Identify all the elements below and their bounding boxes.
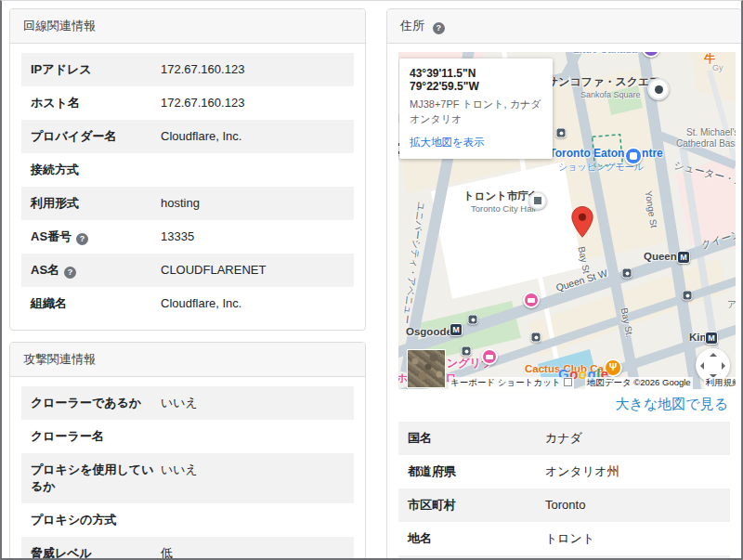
transit-marker-icon[interactable] (556, 128, 567, 138)
pan-up-icon[interactable] (710, 353, 717, 357)
panel-title: 攻撃関連情報 (10, 343, 365, 377)
sankofa-marker-icon[interactable] (647, 78, 670, 100)
location-pin-icon (571, 206, 593, 241)
table-row: 国名カナダ (398, 422, 730, 455)
row-value (161, 428, 345, 445)
row-label: 都道府県 (408, 463, 545, 480)
transit-marker-icon[interactable] (531, 332, 541, 343)
row-label: 脅威レベル (31, 545, 161, 560)
map-footer-link[interactable]: キーボード ショートカット (449, 377, 574, 389)
table-row: ホスト名172.67.160.123 (21, 86, 354, 120)
panel-title: 回線関連情報 (10, 9, 365, 44)
address-panel: 住所 ? (386, 8, 742, 560)
table-row: AS名?CLOUDFLARENET (21, 254, 354, 287)
map-label: Cathedral Basilica (676, 138, 736, 149)
row-value: CLOUDFLARENET (161, 262, 345, 279)
help-icon[interactable]: ? (64, 267, 76, 279)
panel-title-text: 攻撃関連情報 (23, 352, 96, 366)
map-footer-link[interactable]: 利用規約 (704, 377, 736, 389)
row-label: IPアドレス (31, 61, 161, 78)
row-value: 低 (161, 545, 345, 560)
map-label: Osgoode (406, 326, 452, 338)
row-value: Cloudflare, Inc. (161, 128, 345, 145)
table-row (398, 555, 730, 560)
map-footer-link[interactable]: 地図データ ©2026 Google (585, 377, 693, 389)
panel-title: 住所 ? (387, 9, 741, 44)
address-panel-body: Little Canada牛Gyサンコファ・スクエアSankofa Square… (387, 44, 741, 560)
map-label: Gy (712, 64, 723, 73)
pan-right-icon[interactable] (722, 362, 725, 370)
map-label: St. Michael's (686, 127, 736, 137)
table-row: 都道府県オンタリオ州 (398, 455, 730, 488)
row-label: 組織名 (31, 295, 161, 312)
help-icon[interactable]: ? (76, 233, 88, 245)
row-value (161, 512, 345, 528)
transit-marker-icon[interactable] (462, 346, 472, 357)
row-value: Cloudflare, Inc. (161, 295, 345, 312)
row-label: 地名 (408, 530, 545, 547)
row-value: いいえ (161, 462, 345, 495)
table-row: IPアドレス172.67.160.123 (21, 53, 354, 86)
attack-info-table: クローラーであるかいいえクローラー名プロキシを使用しているかいいえプロキシの方式… (10, 377, 365, 560)
row-label: AS番号? (31, 228, 161, 245)
panel-title-text: 住所 (400, 19, 424, 33)
line-info-panel: 回線関連情報 IPアドレス172.67.160.123ホスト名172.67.16… (9, 8, 366, 331)
row-label: 市区町村 (408, 497, 545, 514)
line-info-table: IPアドレス172.67.160.123ホスト名172.67.160.123プロ… (10, 44, 365, 330)
row-value: 172.67.160.123 (161, 95, 345, 111)
row-label: AS名? (31, 262, 161, 279)
help-icon[interactable]: ? (433, 22, 445, 34)
view-larger-map-link[interactable]: 拡大地図を表示 (410, 136, 485, 150)
address-table: 国名カナダ都道府県オンタリオ州市区町村Toronto地名トロント (398, 422, 730, 560)
map-label: Sankofa Square (580, 91, 641, 100)
map-info-card: 43°39'11.5"N 79°22'59.5"W MJ38+7PF トロント,… (399, 59, 553, 159)
table-row: 市区町村Toronto (398, 488, 730, 522)
table-row: AS番号?13335 (21, 220, 354, 254)
row-label: 利用形式 (31, 195, 161, 212)
table-row: 利用形式hosting (21, 187, 354, 220)
row-label: クローラー名 (31, 428, 161, 445)
transit-marker-icon[interactable] (622, 268, 632, 279)
row-value: hosting (161, 195, 345, 212)
row-label: クローラーであるか (31, 395, 161, 411)
pan-left-icon[interactable] (700, 362, 704, 370)
table-row: クローラーであるかいいえ (21, 386, 354, 420)
panel-title-text: 回線関連情報 (23, 19, 96, 33)
map-label: Little Canada (573, 52, 637, 55)
map-label: サンコファ・スクエア (547, 76, 661, 88)
row-label: ホスト名 (31, 95, 161, 111)
row-label: 国名 (408, 430, 545, 447)
row-value: カナダ (545, 430, 721, 447)
map-label: ア (727, 299, 736, 309)
cityhall-marker-icon[interactable] (528, 191, 547, 210)
row-value: 172.67.160.123 (161, 61, 345, 78)
row-label: プロバイダー名 (31, 128, 161, 145)
row-value (161, 162, 345, 178)
metro-marker-icon[interactable]: M (677, 251, 690, 264)
transit-marker-icon[interactable] (468, 315, 478, 325)
table-row: クローラー名 (21, 420, 354, 453)
eaton-marker-icon[interactable] (624, 147, 643, 165)
row-value: トロント (545, 530, 721, 547)
row-label: プロキシの方式 (31, 512, 161, 528)
google-map-embed[interactable]: Little Canada牛Gyサンコファ・スクエアSankofa Square… (398, 52, 736, 389)
table-row: 組織名Cloudflare, Inc. (21, 287, 354, 320)
map-label: Toronto City Hall (471, 204, 536, 214)
row-value: いいえ (161, 395, 345, 411)
table-row: プロキシを使用しているかいいえ (21, 453, 354, 503)
metro-marker-icon[interactable]: M (705, 332, 718, 345)
hotel-marker-icon[interactable] (523, 292, 540, 308)
plus-code-text: MJ38+7PF トロント, カナダ オンタリオ (410, 98, 542, 127)
transit-marker-icon[interactable] (683, 291, 693, 301)
view-bigger-map-link[interactable]: 大きな地図で見る (616, 396, 728, 411)
table-row: 地名トロント (398, 522, 730, 555)
hotel-marker-icon[interactable] (481, 348, 498, 365)
row-value: オンタリオ州 (545, 463, 721, 480)
coordinates-text: 43°39'11.5"N 79°22'59.5"W (410, 67, 542, 93)
row-value: Toronto (545, 497, 721, 514)
row-value: 13335 (161, 228, 345, 245)
table-row: プロキシの方式 (21, 503, 354, 537)
metro-marker-icon[interactable]: M (450, 323, 463, 336)
enlarge-map-row: 大きな地図で見る (398, 389, 730, 422)
ip-lookup-page: 回線関連情報 IPアドレス172.67.160.123ホスト名172.67.16… (0, 0, 743, 560)
